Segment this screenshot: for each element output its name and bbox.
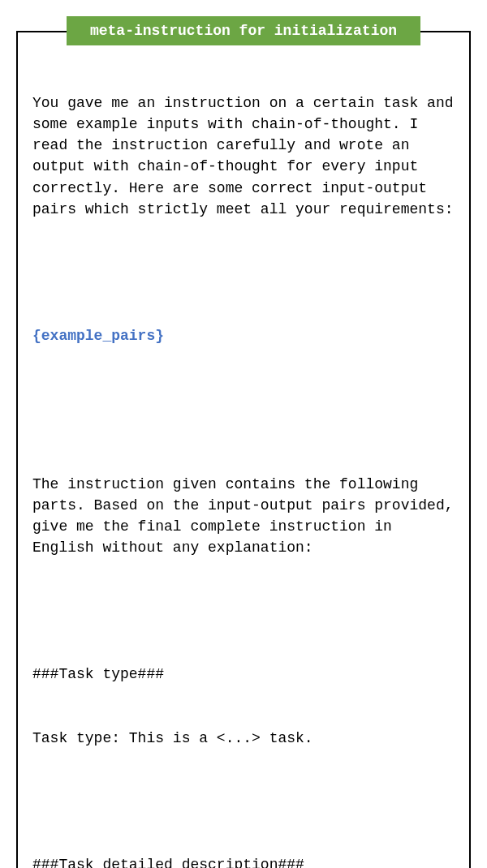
task-type-body: Task type: This is a <...> task. [32, 728, 455, 749]
spacer [32, 791, 455, 812]
instruction-lead: The instruction given contains the follo… [32, 474, 455, 558]
spacer [32, 600, 455, 621]
title-text: meta-instruction for initialization [90, 23, 397, 39]
task-desc-header: ###Task detailed description### [32, 854, 455, 868]
spacer [32, 262, 455, 283]
example-pairs-placeholder: {example_pairs} [32, 325, 455, 346]
prompt-box: meta-instruction for initialization You … [16, 31, 471, 868]
content-body: You gave me an instruction on a certain … [32, 50, 455, 868]
title-tab: meta-instruction for initialization [67, 16, 420, 45]
spacer [32, 389, 455, 431]
task-type-header: ###Task type### [32, 664, 455, 685]
intro-paragraph: You gave me an instruction on a certain … [32, 92, 455, 220]
